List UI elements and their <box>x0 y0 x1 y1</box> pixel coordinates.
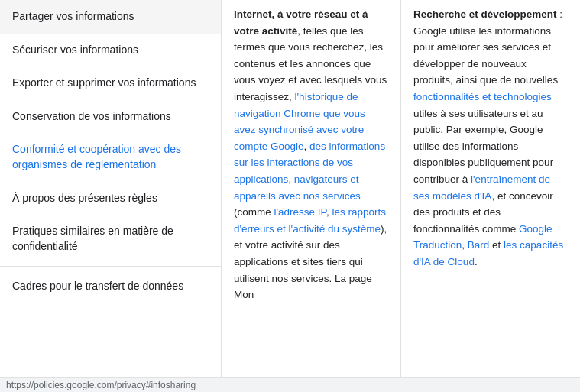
sidebar-item-pratiques[interactable]: Pratiques similaires en matière de confi… <box>0 215 221 263</box>
link-fonctionnalites[interactable]: fonctionnalités et technologies <box>413 91 552 102</box>
sidebar-item-label: À propos des présentes règles <box>12 192 157 204</box>
sidebar-item-label: Partager vos informations <box>12 10 134 22</box>
sidebar-item-label: Pratiques similaires en matière de confi… <box>12 225 173 252</box>
main-content: Internet, à votre réseau et à votre acti… <box>222 0 580 392</box>
statusbar: https://policies.google.com/privacy#info… <box>0 377 580 392</box>
sidebar-item-label: Sécuriser vos informations <box>12 44 138 56</box>
col-right-text: Recherche et développement : Google util… <box>413 6 568 271</box>
sidebar-item-conservation[interactable]: Conservation de vos informations <box>0 100 221 134</box>
sidebar-item-cadres[interactable]: Cadres pour le transfert de données <box>0 270 221 303</box>
sidebar-item-conformite[interactable]: Conformité et coopération avec des organ… <box>0 133 221 181</box>
sidebar-item-securiser[interactable]: Sécuriser vos informations <box>0 34 221 67</box>
col-right-title: Recherche et développement <box>413 8 557 20</box>
sidebar-item-apropos[interactable]: À propos des présentes règles <box>0 182 221 215</box>
sidebar-item-label: Exporter et supprimer vos informations <box>12 76 196 89</box>
statusbar-url: https://policies.google.com/privacy#info… <box>6 380 196 390</box>
col-left-text: Internet, à votre réseau et à votre acti… <box>234 6 388 303</box>
link-entrainement[interactable]: l'entraînement de ses modèles d'IA <box>413 173 550 202</box>
link-adresse-ip[interactable]: l'adresse IP <box>274 206 326 218</box>
sidebar-item-partager[interactable]: Partager vos informations <box>0 0 221 34</box>
sidebar-item-label: Cadres pour le transfert de données <box>12 280 183 292</box>
sidebar-item-exporter[interactable]: Exporter et supprimer vos informations <box>0 66 221 100</box>
bold-internet: Internet, à votre réseau et à votre acti… <box>234 8 368 37</box>
link-bard[interactable]: Bard <box>468 239 490 251</box>
sidebar-item-label: Conservation de vos informations <box>12 110 171 122</box>
sidebar: Partager vos informations Sécuriser vos … <box>0 0 222 392</box>
col-left: Internet, à votre réseau et à votre acti… <box>222 0 401 392</box>
col-right: Recherche et développement : Google util… <box>401 0 580 392</box>
sidebar-divider <box>0 266 221 267</box>
sidebar-item-label: Conformité et coopération avec des organ… <box>12 143 181 170</box>
